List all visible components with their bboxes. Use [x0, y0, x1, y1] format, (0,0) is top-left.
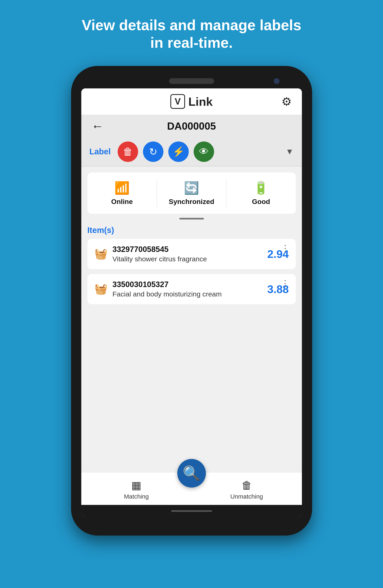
home-bar: [81, 505, 302, 517]
more-dots-1[interactable]: ⋮: [281, 244, 290, 253]
status-panel: 📶 Online 🔄 Synchronized 🔋 Good: [88, 172, 296, 214]
items-section: Item(s) 🧺 3329770058545 Vitality shower …: [81, 219, 302, 313]
barcode-icon: ▦: [131, 479, 141, 491]
product-card-2[interactable]: 🧺 3350030105327 Facial and body moisturi…: [88, 274, 296, 304]
online-label: Online: [111, 198, 133, 206]
delete-button[interactable]: 🗑: [118, 142, 138, 162]
lightning-icon: ⚡: [172, 146, 185, 157]
speaker-grille: [169, 78, 214, 84]
toolbar-label: Label: [90, 147, 111, 156]
page-title: View details and manage labels in real-t…: [69, 16, 314, 52]
app-header: V Link ⚙: [81, 88, 302, 115]
sync-icon: ↻: [149, 146, 157, 157]
back-button[interactable]: ←: [91, 119, 104, 133]
search-icon: 🔍: [183, 465, 200, 482]
status-synced: 🔄 Synchronized: [157, 179, 226, 208]
home-indicator: [171, 510, 212, 512]
screen: V Link ⚙ ← DA000005 Label 🗑 ↻ ⚡ 👁: [81, 88, 302, 517]
dropdown-arrow[interactable]: ▼: [286, 147, 294, 156]
more-dots-2[interactable]: ⋮: [281, 279, 290, 288]
app-logo: V Link: [170, 94, 213, 109]
unmatching-label: Unmatching: [230, 493, 263, 500]
basket-icon-2: 🧺: [94, 283, 108, 295]
product-barcode-2: 3350030105327: [113, 280, 263, 289]
phone-shell: V Link ⚙ ← DA000005 Label 🗑 ↻ ⚡ 👁: [71, 66, 312, 536]
status-online: 📶 Online: [88, 179, 157, 208]
battery-icon: 🔋: [253, 181, 269, 195]
trash-icon: 🗑: [123, 146, 133, 157]
flash-button[interactable]: ⚡: [168, 142, 189, 162]
matching-label: Matching: [124, 493, 149, 500]
status-battery: 🔋 Good: [226, 179, 295, 208]
front-camera: [274, 78, 279, 84]
synced-icon: 🔄: [184, 181, 199, 195]
product-barcode-1: 3329770058545: [113, 245, 263, 254]
sub-header: ← DA000005: [81, 115, 302, 137]
nav-unmatching[interactable]: 🗑 Unmatching: [192, 477, 302, 500]
app-name: Link: [188, 95, 213, 108]
product-card-1[interactable]: 🧺 3329770058545 Vitality shower citrus f…: [88, 239, 296, 269]
battery-label: Good: [252, 198, 270, 206]
product-name-1: Vitality shower citrus fragrance: [113, 255, 263, 263]
logo-v-box: V: [170, 94, 185, 109]
product-info-2: 3350030105327 Facial and body moisturizi…: [113, 280, 263, 298]
label-id: DA000005: [167, 120, 216, 132]
items-heading: Item(s): [88, 226, 296, 235]
product-info-1: 3329770058545 Vitality shower citrus fra…: [113, 245, 263, 263]
unmatching-icon: 🗑: [241, 479, 252, 491]
search-fab[interactable]: 🔍: [177, 459, 206, 487]
settings-icon[interactable]: ⚙: [281, 95, 292, 108]
main-content-area: [81, 313, 302, 472]
product-name-2: Facial and body moisturizing cream: [113, 290, 263, 298]
view-button[interactable]: 👁: [194, 142, 214, 162]
synced-label: Synchronized: [169, 198, 214, 206]
basket-icon-1: 🧺: [94, 248, 108, 260]
scroll-indicator: [179, 218, 204, 219]
sync-button[interactable]: ↻: [143, 142, 163, 162]
nav-matching[interactable]: ▦ Matching: [81, 477, 192, 500]
online-icon: 📶: [114, 181, 130, 195]
toolbar: Label 🗑 ↻ ⚡ 👁 ▼: [81, 137, 302, 167]
bottom-nav: ▦ Matching 🔍 🗑 Unmatching: [81, 472, 302, 505]
eye-icon: 👁: [199, 146, 209, 157]
